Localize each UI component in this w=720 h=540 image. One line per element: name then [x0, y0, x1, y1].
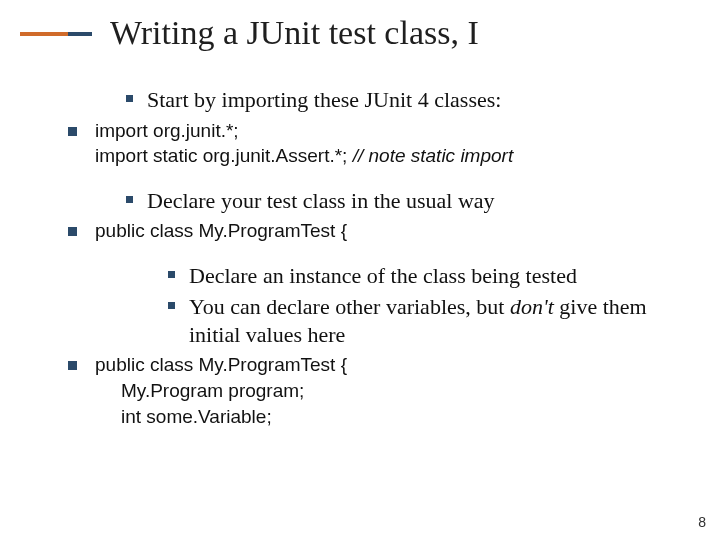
slide-content: Start by importing these JUnit 4 classes… — [68, 86, 690, 447]
slide-title: Writing a JUnit test class, I — [110, 14, 479, 52]
square-bullet-icon — [168, 302, 175, 309]
bullet-declare-instance: Declare an instance of the class being t… — [168, 262, 690, 290]
square-bullet-icon — [68, 127, 77, 136]
square-bullet-icon — [126, 196, 133, 203]
page-number: 8 — [698, 514, 706, 530]
code-class-body: public class My.ProgramTest { My.Program… — [95, 352, 347, 429]
code-class-decl: public class My.ProgramTest { — [95, 218, 347, 244]
code-line: import org.junit.*; — [95, 118, 513, 144]
code-import-block: import org.junit.*; import static org.ju… — [95, 118, 513, 169]
bullet-import-intro: Start by importing these JUnit 4 classes… — [126, 86, 690, 114]
square-bullet-icon — [68, 227, 77, 236]
bullet-declare-vars: You can declare other variables, but don… — [168, 293, 690, 348]
bullet-class-body-code: public class My.ProgramTest { My.Program… — [68, 352, 690, 429]
square-bullet-icon — [168, 271, 175, 278]
text-declare-vars: You can declare other variables, but don… — [189, 293, 690, 348]
bullet-declare-class-intro: Declare your test class in the usual way — [126, 187, 690, 215]
square-bullet-icon — [68, 361, 77, 370]
code-line: public class My.ProgramTest { — [95, 352, 347, 378]
square-bullet-icon — [126, 95, 133, 102]
code-line: import static org.junit.Assert.*; // not… — [95, 143, 513, 169]
bullet-import-code: import org.junit.*; import static org.ju… — [68, 118, 690, 169]
bullet-declare-class-code: public class My.ProgramTest { — [68, 218, 690, 244]
text-declare-class-intro: Declare your test class in the usual way — [147, 187, 495, 215]
code-line: My.Program program; — [95, 378, 347, 404]
text-declare-instance: Declare an instance of the class being t… — [189, 262, 577, 290]
title-accent-bar — [20, 32, 92, 36]
text-import-intro: Start by importing these JUnit 4 classes… — [147, 86, 501, 114]
code-line: int some.Variable; — [95, 404, 347, 430]
